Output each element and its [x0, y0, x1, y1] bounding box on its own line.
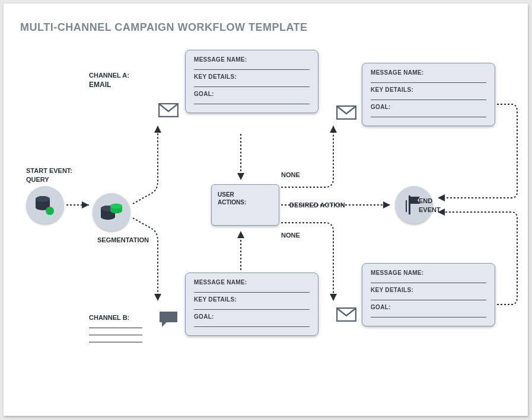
- page-title: MULTI-CHANNEL CAMPAIGN WORKFLOW TEMPLATE: [20, 21, 308, 34]
- msg-c-goal-label: GOAL:: [371, 104, 486, 110]
- edge-desired-action: DESIRED ACTION: [289, 201, 345, 210]
- msg-b-goal-label: GOAL:: [194, 313, 310, 320]
- msg-a-goal-label: GOAL:: [194, 91, 310, 97]
- envelope-icon-c: [336, 105, 356, 120]
- user-actions-text: USER ACTIONS:: [218, 191, 273, 206]
- svg-rect-11: [406, 200, 407, 212]
- query-text: QUERY: [26, 176, 49, 183]
- envelope-icon-d: [336, 307, 356, 322]
- user-actions-node: USER ACTIONS:: [211, 184, 279, 226]
- message-box-c: MESSAGE NAME: KEY DETAILS: GOAL:: [362, 63, 495, 126]
- segmentation-node: [93, 193, 130, 231]
- segmentation-label: SEGMENTATION: [97, 236, 149, 245]
- diagram-canvas: MULTI-CHANNEL CAMPAIGN WORKFLOW TEMPLATE…: [4, 4, 528, 416]
- msg-b-name-label: MESSAGE NAME:: [194, 279, 310, 286]
- msg-d-goal-label: GOAL:: [371, 304, 486, 310]
- start-event-label: START EVENT: QUERY: [26, 166, 72, 184]
- msg-a-details-label: KEY DETAILS:: [194, 73, 310, 80]
- svg-rect-10: [409, 195, 410, 214]
- blank-line: [371, 276, 486, 283]
- blank-line: [194, 320, 310, 327]
- msg-c-name-label: MESSAGE NAME:: [371, 69, 486, 76]
- blank-line: [194, 286, 310, 293]
- channel-a-text: CHANNEL A:: [89, 72, 129, 79]
- blank-line: [371, 93, 486, 100]
- blank-line: [194, 63, 310, 70]
- msg-d-details-label: KEY DETAILS:: [371, 287, 486, 293]
- blank-line: [371, 76, 486, 83]
- chat-icon: [158, 310, 179, 328]
- start-event-node: [26, 186, 64, 224]
- segmentation-icon: [98, 199, 125, 225]
- blank-line: [371, 310, 486, 318]
- channel-a-label: CHANNEL A: EMAIL: [89, 71, 129, 89]
- svg-point-1: [36, 196, 50, 202]
- start-event-text: START EVENT:: [26, 167, 72, 174]
- envelope-icon-a: [158, 103, 179, 117]
- blank-line: [194, 303, 310, 310]
- message-box-d: MESSAGE NAME: KEY DETAILS: GOAL:: [362, 263, 495, 326]
- msg-b-details-label: KEY DETAILS:: [194, 296, 310, 303]
- end-event-label: END EVENT: [419, 197, 441, 214]
- msg-c-details-label: KEY DETAILS:: [371, 86, 486, 93]
- svg-point-6: [110, 204, 122, 209]
- msg-a-name-label: MESSAGE NAME:: [194, 56, 310, 63]
- message-box-a: MESSAGE NAME: KEY DETAILS: GOAL:: [185, 50, 318, 113]
- blank-line: [194, 80, 310, 87]
- database-icon: [33, 193, 57, 217]
- edge-none-top: NONE: [281, 171, 300, 179]
- blank-line: [371, 110, 486, 117]
- edge-none-bottom: NONE: [281, 231, 300, 240]
- message-box-b: MESSAGE NAME: KEY DETAILS: GOAL:: [185, 272, 318, 336]
- svg-point-2: [46, 207, 54, 215]
- msg-d-name-label: MESSAGE NAME:: [371, 270, 486, 276]
- channel-b-blank-lines: [89, 321, 142, 342]
- blank-line: [194, 97, 310, 104]
- email-text: EMAIL: [89, 81, 111, 89]
- blank-line: [371, 293, 486, 300]
